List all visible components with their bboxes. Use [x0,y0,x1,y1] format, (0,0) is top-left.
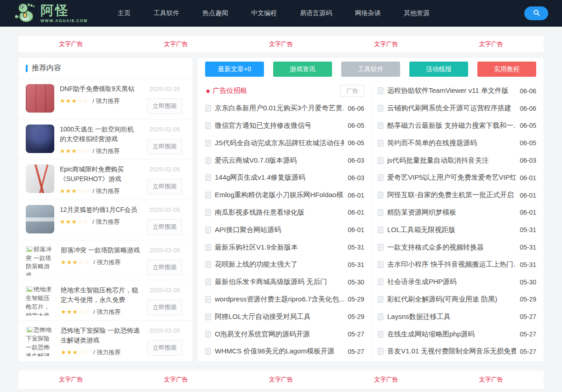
article-title-link[interactable]: Emlog重构精仿老版小刀娱乐网HFoldao模... [215,191,344,199]
article-title-link[interactable]: js代码批量批量自动取消抖音关注 [387,156,516,165]
text-ad-link[interactable]: 文字广告 [439,375,544,384]
article-title-link[interactable]: 彩虹代刷全解源码(可商业用途 防黑) [387,295,516,304]
item-title[interactable]: DNF助手免费领取9天黑钻 [60,84,140,94]
broken-image-thumbnail[interactable]: 恐怖地下室探险 一款恐怖逃生解谜类游戏 [26,326,55,356]
text-ad-link[interactable]: 文字广告 [229,375,333,384]
article-title-link[interactable]: 微信官方通知已支持修改微信号 [215,121,344,130]
search-button[interactable] [524,6,548,20]
item-title[interactable]: 12月灵狐签约领1月CF会员 [60,205,140,215]
broken-image-thumbnail[interactable]: 绝地求生智能压枪芯片，稳定大号使用，永久免费 [26,285,55,316]
article-title-link[interactable]: WHMCS 价值98美元的Lagom模板开源 [215,347,344,356]
view-now-button[interactable]: 立即围观 [147,139,182,154]
item-thumbnail[interactable] [26,205,54,233]
item-thumbnail[interactable] [26,125,54,153]
recommended-item: 恐怖地下室探险 一款恐怖逃生解谜类游戏 恐怖地下室探险 一款恐怖逃生解谜类游戏 … [18,321,192,361]
text-ad-link[interactable]: 文字广告 [333,40,438,48]
document-icon [205,209,211,216]
view-now-button[interactable]: 立即围观 [147,98,182,114]
text-ad-link[interactable]: 文字广告 [229,40,333,48]
article-date: 06-01 [520,174,536,182]
article-title-link[interactable]: 爱奇艺VIP5以上用户可免费发爱奇艺VIP红包 [387,173,516,182]
article-title-link[interactable]: 远程协助软件TeamViewer v11 单文件版 [387,86,516,95]
item-title[interactable]: 恐怖地下室探险 一款恐怖逃生解谜类游戏 [61,326,140,345]
item-meta: 2020-02-05 立即围观 [144,326,185,356]
category-tab-3[interactable]: 活动线报 [409,62,468,77]
article-title-link[interactable]: 在线生成网站缩略图php源码 [387,330,516,339]
category-tab-0[interactable]: 最新文章+0 [205,62,264,77]
category-tab-1[interactable]: 游戏资讯 [273,62,332,77]
article-date: 06-05 [520,139,536,147]
item-title[interactable]: 1000天逃生 一款空间街机的太空模拟经营游戏 [60,125,140,144]
article-title-link[interactable]: JS代码全自动完成京东品牌狂欢城活动任务 [215,139,344,148]
article-title-link[interactable]: 京东白条新用户0.01元购买3个月爱奇艺黄... [215,104,344,113]
category-tab-4[interactable]: 实用教程 [477,62,536,77]
text-ad-link[interactable]: 文字广告 [123,40,228,48]
article-row: wordpress资源付费主题ripro6.7含美化包... 05-29 [205,291,364,308]
item-thumbnail[interactable] [26,84,54,113]
nav-item-1[interactable]: 工具软件 [154,9,179,17]
item-thumbnail[interactable] [26,165,54,193]
item-rating: ★★★☆☆ / 强力推荐 [60,187,140,195]
article-row: JS代码全自动完成京东品牌狂欢城活动任务 06-05 [205,134,364,152]
item-title[interactable]: Epic商城限时免费购买《SUPERHOT》游戏 [60,165,140,184]
nav-item-0[interactable]: 主页 [118,9,131,17]
view-now-button[interactable]: 立即围观 [147,300,182,315]
article-title-link[interactable]: 阿狸LOL大厅自动接受对局工具 [215,312,344,321]
main-nav: 主页工具软件热点趣闻中文编程易语言源码网络杂谈其他资源 [118,9,524,17]
view-now-button[interactable]: 立即围观 [147,179,182,194]
article-title-link[interactable]: wordpress资源付费主题ripro6.7含美化包... [215,295,344,304]
nav-item-4[interactable]: 易语言源码 [300,9,332,17]
text-ad-link[interactable]: 文字广告 [123,375,228,384]
article-title-link[interactable]: 音友V1.01 无视付费限制全网音乐无损免费... [387,347,516,356]
view-now-button[interactable]: 立即围观 [147,340,182,356]
article-title-link[interactable]: 花呗新上线的功能太强大了 [215,260,344,269]
article-title-link[interactable]: 精防某资源网织梦模板 [387,208,516,217]
article-title-link[interactable]: 最新乐购社区V1.9全新版本 [215,243,344,252]
item-meta: 2020-02-05 立即围观 [144,125,185,154]
article-date: 06-03 [348,157,364,164]
article-title-link[interactable]: Laysns数据迁移工具 [387,312,516,321]
text-ad-link[interactable]: 文字广告 [18,40,123,48]
article-title-link[interactable]: 阿怪互联-自家的免费主机第一批正式开启 [387,191,516,199]
article-title-link[interactable]: 南瓜影视多线路任意看绿化版 [215,208,344,217]
article-title-link[interactable]: 简约而不简单的在线搜题源码 [387,139,516,148]
article-title-link[interactable]: 云铺购代刷网系统全开源可运营程序搭建 [387,104,516,113]
article-title-link[interactable]: 去水印小程序 快手抖音视频搬运工上热门... [387,260,516,269]
item-title[interactable]: 部落冲突 一款塔防策略游戏 [61,245,140,255]
article-title-link[interactable]: 144g网页生成v1.4修复版源码 [215,173,344,182]
category-tab-2[interactable]: 工具软件 [341,62,400,77]
item-meta: 2020-02-05 立即围观 [144,205,185,235]
article-title-link[interactable]: O泡易支付系统官网的源码开源 [215,330,344,339]
item-meta: 2020-02-05 立即围观 [144,245,185,275]
ad-slot-link[interactable]: 广告位招租 [213,86,340,95]
item-meta: 2020-02-05 立即围观 [144,165,185,194]
article-title-link[interactable]: LOL工具箱无限视距版 [387,226,516,234]
view-now-button[interactable]: 立即围观 [147,219,182,235]
article-title-link[interactable]: 一款支持格式众多的视频转换器 [387,243,516,252]
text-ad-link[interactable]: 文字广告 [333,375,438,384]
article-title-link[interactable]: API接口聚合网站源码 [215,226,344,234]
text-ad-link[interactable]: 文字广告 [18,375,123,384]
text-ad-link[interactable]: 文字广告 [439,40,544,48]
broken-image-thumbnail[interactable]: 部落冲突 一款塔防策略游戏 [26,245,55,276]
nav-item-3[interactable]: 中文编程 [251,9,277,17]
article-date: 05-29 [520,295,536,303]
site-logo[interactable]: 阿怪 WWW.AGUAI8.COM [14,1,104,25]
article-row: O泡易支付系统官网的源码开源 05-27 [205,325,364,343]
article-title-link[interactable]: 酷享磁力云最新版 支持磁力搜索下载和一... [387,121,516,130]
article-row: 去水印小程序 快手抖音视频搬运工上热门... 05-31 [378,256,536,273]
article-row: 最新乐购社区V1.9全新版本 05-31 [205,239,364,256]
document-icon [205,296,211,303]
article-title-link[interactable]: 最新伯乐发卡商城高级版源码 无后门 [215,278,344,286]
article-title-link[interactable]: 爱讯云商城V0.7.0版本源码 [215,156,344,165]
article-title-link[interactable]: 社会语录生成PHP源码 [387,278,516,286]
nav-item-5[interactable]: 网络杂谈 [355,9,381,17]
article-row: 京东白条新用户0.01元购买3个月爱奇艺黄... 06-06 [205,100,364,117]
nav-item-6[interactable]: 其他资源 [404,9,430,17]
article-row: 花呗新上线的功能太强大了 05-31 [205,256,364,273]
document-icon [378,87,384,94]
nav-item-2[interactable]: 热点趣闻 [202,9,228,17]
recommend-label: / 强力推荐 [92,187,120,194]
item-title[interactable]: 绝地求生智能压枪芯片，稳定大号使用，永久免费 [61,285,140,305]
view-now-button[interactable]: 立即围观 [147,260,182,275]
